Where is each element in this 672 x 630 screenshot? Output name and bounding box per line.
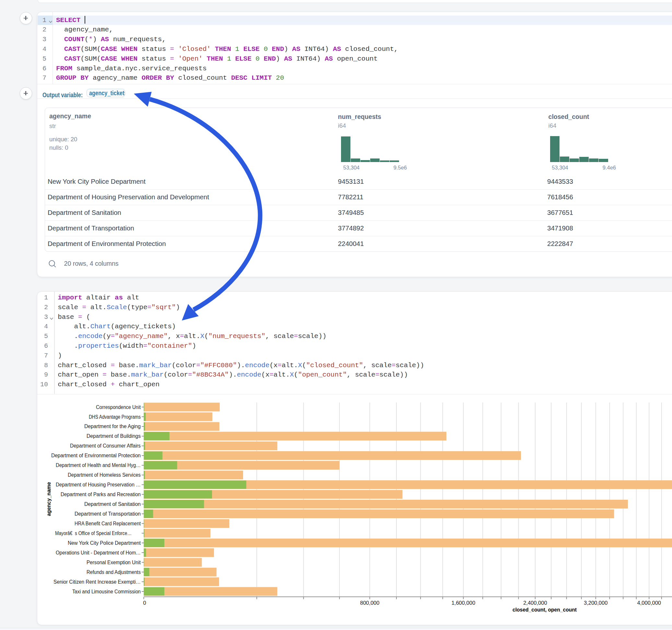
svg-text:1,600,000: 1,600,000 [452,600,475,606]
svg-text:2,400,000: 2,400,000 [523,600,547,606]
svg-text:Department of Consumer Affairs: Department of Consumer Affairs [70,443,141,449]
svg-text:New York City Police Departmen: New York City Police Department [68,540,141,546]
svg-text:4,000,000: 4,000,000 [637,600,661,606]
svg-text:Department of Transportation: Department of Transportation [75,511,141,516]
svg-text:DHS Advantage Programs: DHS Advantage Programs [89,414,141,420]
svg-text:0: 0 [143,600,146,606]
svg-text:Department of Housing Preserva: Department of Housing Preservation … [56,482,141,487]
svg-text:Department for the Aging: Department for the Aging [84,423,141,429]
svg-text:agency_name: agency_name [46,482,52,516]
svg-text:Refunds and Adjustments: Refunds and Adjustments [87,570,141,575]
svg-text:Senior Citizen Rent Increase E: Senior Citizen Rent Increase Exempti… [53,579,141,585]
svg-text:Operations Unit - Department o: Operations Unit - Department of Hom… [56,550,141,555]
svg-text:800,000: 800,000 [360,600,380,606]
svg-text:Department of Health and Menta: Department of Health and Mental Hyg… [56,462,141,468]
svg-text:Correspondence Unit: Correspondence Unit [96,405,141,410]
svg-text:3,200,000: 3,200,000 [584,600,607,606]
svg-text:HRA Benefit Card Replacement: HRA Benefit Card Replacement [75,521,141,526]
svg-text:Department of Buildings: Department of Buildings [87,433,141,439]
svg-text:Department of Homeless Service: Department of Homeless Services [68,472,141,478]
svg-text:Department of Environmental Pr: Department of Environmental Protection [51,453,141,458]
svg-text:Mayorâ€ s Office of Special E: Mayorâ€ s Office of Special Enforce… [55,531,131,536]
svg-text:Taxi and Limousine Commission: Taxi and Limousine Commission [72,589,141,595]
svg-text:Department of Sanitation: Department of Sanitation [84,501,141,507]
svg-text:closed_count, open_count: closed_count, open_count [512,607,577,613]
svg-text:Personal Exemption Unit: Personal Exemption Unit [87,560,141,565]
svg-text:Department of Parks and Recrea: Department of Parks and Recreation [61,492,141,497]
